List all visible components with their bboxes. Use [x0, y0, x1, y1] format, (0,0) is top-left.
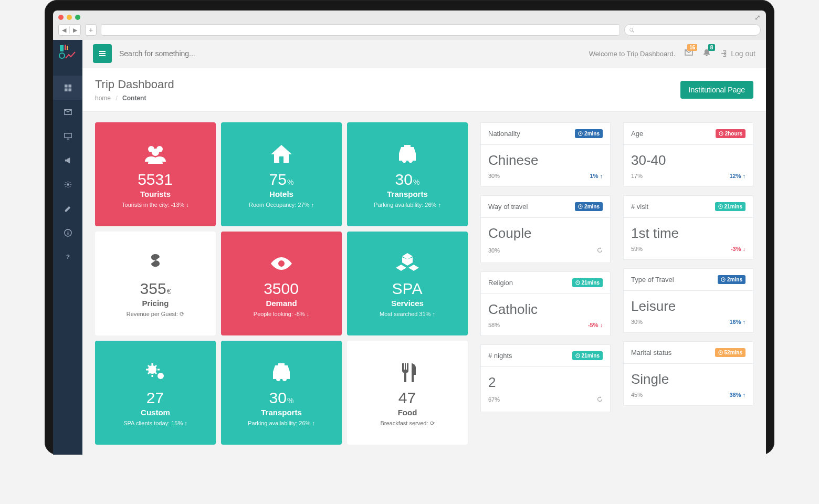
stat-card--visit[interactable]: # visit 21mins 1st time 59% -3% ↓ — [623, 195, 753, 260]
stat-title: Type of Travel — [631, 276, 674, 284]
mail-button[interactable]: 16 — [685, 48, 693, 59]
tile-subtext: People looking: -8% ↓ — [254, 311, 309, 317]
tile-hotels[interactable]: 75% Hotels Room Occupancy: 27% ↑ — [221, 122, 342, 226]
stat-card-age[interactable]: Age 2hours 30-40 17% 12% ↑ — [623, 122, 753, 187]
page-header: Trip Dashboard home / Content Institutio… — [82, 68, 766, 112]
time-badge: 21mins — [572, 278, 603, 287]
svg-point-9 — [67, 183, 69, 186]
sidebar-item-monitor[interactable] — [53, 124, 82, 148]
svg-rect-8 — [64, 133, 71, 137]
menu-toggle-button[interactable] — [93, 44, 112, 63]
tiles-grid: 5531 Tourists Tourists in the city: -13%… — [95, 122, 468, 444]
stat-percent: 30% — [488, 247, 500, 254]
svg-rect-7 — [68, 88, 71, 91]
sidebar-item-mail[interactable] — [53, 100, 82, 124]
nav-back-button[interactable]: ◀ — [59, 27, 69, 34]
tile-subtext: Parking availability: 26% ↑ — [374, 202, 441, 208]
tile-value: 5531 — [138, 171, 173, 188]
tile-value: SPA — [392, 280, 423, 298]
stat-delta: 38% ↑ — [729, 392, 746, 398]
window-maximize-icon[interactable] — [75, 15, 80, 20]
tile-label: Custom — [141, 408, 170, 417]
logout-label: Log out — [731, 49, 755, 58]
mail-badge: 16 — [687, 44, 697, 51]
time-badge: 21mins — [715, 202, 746, 211]
breadcrumb-home[interactable]: home — [95, 94, 111, 102]
window-close-icon[interactable] — [58, 15, 64, 20]
stat-value: Single — [631, 371, 746, 387]
stat-delta: 16% ↑ — [729, 319, 746, 325]
tile-value: 27 — [146, 389, 164, 407]
tile-tourists[interactable]: 5531 Tourists Tourists in the city: -13%… — [95, 122, 216, 226]
welcome-text: Welcome to Trip Dashboard. — [589, 50, 676, 58]
dollar-icon — [143, 249, 168, 278]
address-bar[interactable] — [101, 24, 620, 36]
stat-title: Way of travel — [488, 203, 528, 211]
tile-pricing[interactable]: 355€ Pricing Revenue per Guest: ⟳ — [95, 232, 216, 335]
new-tab-button[interactable]: + — [85, 24, 97, 36]
sidebar-item-help[interactable]: ? — [53, 245, 82, 269]
stat-card-religion[interactable]: Religion 21mins Catholic 58% -5% ↓ — [480, 271, 611, 336]
time-badge: 52mins — [715, 348, 746, 357]
stat-title: # nights — [488, 352, 512, 360]
tile-value: 47 — [398, 389, 416, 407]
stat-card-nationality[interactable]: Nationality 2mins Chinese 30% 1% ↑ — [480, 122, 611, 187]
tile-food[interactable]: 47 Food Breackfast served: ⟳ — [347, 341, 468, 445]
page-title: Trip Dashboard — [95, 78, 174, 91]
tile-transports[interactable]: 30% Transports Parking availability: 26%… — [347, 122, 468, 226]
nav-forward-button[interactable]: ▶ — [70, 27, 80, 34]
tile-subtext: Parking availability: 26% ↑ — [248, 420, 315, 426]
stat-title: Religion — [488, 279, 513, 287]
notifications-button[interactable]: 8 — [702, 48, 711, 59]
browser-chrome: ⤢ ◀ ▶ + — [53, 10, 766, 40]
institutional-page-button[interactable]: Institutional Page — [680, 81, 753, 99]
logout-button[interactable]: Log out — [720, 49, 755, 58]
tile-custom[interactable]: 27 Custom SPA clients today: 15% ↑ — [95, 341, 216, 445]
stat-card-way-of-travel[interactable]: Way of travel 2mins Couple 30% — [480, 195, 611, 263]
refresh-icon[interactable] — [597, 246, 603, 255]
time-badge: 21mins — [572, 351, 603, 360]
stats-column-left: Nationality 2mins Chinese 30% 1% ↑ Way o… — [480, 122, 611, 444]
car-icon — [269, 359, 294, 387]
stat-card-marital-status[interactable]: Marital status 52mins Single 45% 38% ↑ — [623, 341, 753, 406]
app-logo — [58, 43, 77, 62]
sidebar-item-edit[interactable] — [53, 196, 82, 220]
sidebar-item-settings[interactable] — [53, 172, 82, 196]
stat-delta: 12% ↑ — [729, 173, 746, 179]
tile-subtext: SPA clients today: 15% ↑ — [123, 420, 187, 426]
tile-label: Food — [398, 408, 417, 417]
tile-subtext: Most searched 31% ↑ — [380, 311, 435, 317]
fullscreen-icon[interactable]: ⤢ — [754, 13, 761, 22]
sidebar-item-dashboard[interactable] — [53, 76, 82, 100]
stat-title: # visit — [631, 203, 648, 211]
tile-value: 30% — [395, 171, 420, 188]
device-frame: ⤢ ◀ ▶ + — [45, 0, 774, 455]
browser-search[interactable] — [624, 24, 761, 36]
svg-rect-2 — [67, 46, 68, 50]
stat-percent: 45% — [631, 392, 643, 398]
tile-label: Transports — [387, 190, 428, 198]
stat-percent: 30% — [631, 319, 643, 325]
stat-card-type-of-travel[interactable]: Type of Travel 2mins Leisure 30% 16% ↑ — [623, 268, 753, 333]
refresh-icon[interactable] — [597, 395, 603, 404]
tile-label: Hotels — [269, 190, 293, 198]
stat-card--nights[interactable]: # nights 21mins 2 67% — [480, 344, 611, 412]
sidebar-item-share[interactable] — [53, 148, 82, 172]
svg-rect-15 — [405, 149, 410, 152]
tile-value: 355€ — [140, 280, 171, 298]
search-input[interactable] — [119, 49, 277, 58]
tile-transports[interactable]: 30% Transports Parking availability: 26%… — [221, 341, 342, 445]
svg-rect-6 — [64, 88, 67, 91]
tile-services[interactable]: SPA Services Most searched 31% ↑ — [347, 232, 468, 335]
stat-delta: -3% ↓ — [731, 246, 746, 252]
window-minimize-icon[interactable] — [67, 15, 72, 20]
stat-percent: 17% — [631, 173, 643, 179]
users-icon — [143, 140, 168, 169]
tile-value: 3500 — [264, 280, 299, 298]
tile-demand[interactable]: 3500 Demand People looking: -8% ↓ — [221, 232, 342, 335]
stat-value: 1st time — [631, 225, 746, 242]
sidebar-item-info[interactable] — [53, 220, 82, 245]
stat-percent: 30% — [488, 173, 500, 179]
tile-label: Pricing — [142, 299, 169, 308]
stat-percent: 67% — [488, 396, 500, 403]
